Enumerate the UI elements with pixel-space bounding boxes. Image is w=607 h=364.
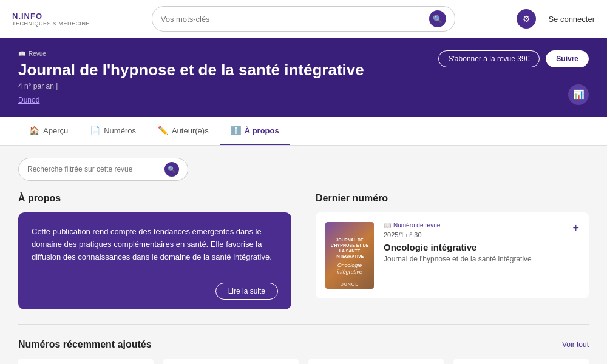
issue-card: JOURNAL DE L'HYPNOSE ET DE LA SANTÉ INTÉ… <box>316 212 589 298</box>
logo-bottom: TECHNIQUES & MÉDECINE <box>12 21 90 27</box>
tabs-nav: 🏠 Aperçu 📄 Numéros ✏️ Auteur(e)s ℹ️ À pr… <box>0 117 607 146</box>
connect-button[interactable]: Se connecter <box>548 15 595 24</box>
book-icon: 📖 <box>18 50 25 57</box>
search-icon: 🔍 <box>433 15 443 24</box>
issue-info: 📖 Numéro de revue 2025/1 n° 30 Oncologie… <box>384 222 563 263</box>
subscribe-button[interactable]: S'abonner à la revue 39€ <box>438 50 540 67</box>
hero-publisher[interactable]: Dunod <box>18 96 39 104</box>
issue-journal: Journal de l'hypnose et de la santé inté… <box>384 255 563 263</box>
logo-top: N.INFO <box>12 12 90 21</box>
search-bar: 🔍 <box>152 6 455 32</box>
recently-title: Numéros récemment ajoutés <box>18 339 152 350</box>
hero-subtitle: 4 n° par an | <box>18 82 589 90</box>
revue-icon: 📖 <box>384 222 391 229</box>
search-button[interactable]: 🔍 <box>429 10 446 27</box>
chart-icon: 📊 <box>573 89 585 100</box>
filter-search-input[interactable] <box>27 165 164 174</box>
dernier-numero-section: Dernier numéro JOURNAL DE L'HYPNOSE ET D… <box>316 193 589 309</box>
about-description: Cette publication rend compte des tendan… <box>32 226 278 263</box>
cover-subtitle: Oncologie intégrative <box>325 262 374 276</box>
settings-button[interactable]: ⚙ <box>517 9 536 29</box>
issue-cover: JOURNAL DE L'HYPNOSE ET DE LA SANTÉ INTÉ… <box>325 222 374 289</box>
recently-added-section: Numéros récemment ajoutés Voir tout 📖 Nu… <box>18 339 589 364</box>
two-cols-layout: À propos Cette publication rend compte d… <box>18 193 589 309</box>
document-icon: 📄 <box>90 126 100 135</box>
main-content: 🔍 À propos Cette publication rend compte… <box>0 146 607 364</box>
logo: N.INFO TECHNIQUES & MÉDECINE <box>12 12 90 27</box>
tab-apercu[interactable]: 🏠 Aperçu <box>18 117 79 145</box>
list-item: 📖 Numéro de revue + <box>163 359 299 364</box>
section-divider <box>18 324 589 325</box>
issue-type-label: 📖 Numéro de revue <box>384 222 563 229</box>
issue-add-button[interactable]: + <box>572 222 579 235</box>
hero-actions: S'abonner à la revue 39€ Suivre <box>438 50 589 67</box>
hero-banner: 📖 Revue Journal de l'hypnose et de la sa… <box>0 38 607 117</box>
list-item: 📖 Numéro de revue + <box>18 359 154 364</box>
tab-apropos[interactable]: ℹ️ À propos <box>220 117 290 145</box>
search-input[interactable] <box>161 15 429 24</box>
filter-search-bar: 🔍 <box>18 158 188 181</box>
filter-search-button[interactable]: 🔍 <box>164 162 179 177</box>
follow-button[interactable]: Suivre <box>546 50 589 67</box>
voir-tout-link[interactable]: Voir tout <box>562 340 589 349</box>
home-icon: 🏠 <box>29 126 39 135</box>
issue-date: 2025/1 n° 30 <box>384 231 563 238</box>
cover-publisher: DUNOD <box>341 282 359 286</box>
issues-row: 📖 Numéro de revue + 📖 Numéro de revue + … <box>18 359 589 364</box>
about-card: Cette publication rend compte des tendan… <box>18 212 291 309</box>
read-more-button[interactable]: Lire la suite <box>215 283 278 300</box>
cover-text: JOURNAL DE L'HYPNOSE ET DE LA SANTÉ INTÉ… <box>325 235 374 261</box>
list-item: 📖 Numéro de revue + <box>453 359 589 364</box>
tab-auteurs[interactable]: ✏️ Auteur(e)s <box>147 117 220 145</box>
header: N.INFO TECHNIQUES & MÉDECINE 🔍 ⚙ Se conn… <box>0 0 607 38</box>
filter-search-icon: 🔍 <box>168 166 176 174</box>
apropos-title: À propos <box>18 193 291 204</box>
chart-button[interactable]: 📊 <box>568 84 589 105</box>
tab-numeros[interactable]: 📄 Numéros <box>79 117 147 145</box>
recently-header: Numéros récemment ajoutés Voir tout <box>18 339 589 350</box>
settings-icon: ⚙ <box>523 14 531 24</box>
dernier-numero-title: Dernier numéro <box>316 193 589 204</box>
pen-icon: ✏️ <box>158 126 168 135</box>
info-icon: ℹ️ <box>231 126 241 135</box>
issue-title: Oncologie intégrative <box>384 242 563 252</box>
list-item: 📖 Numéro de revue + <box>308 359 444 364</box>
apropos-section: À propos Cette publication rend compte d… <box>18 193 291 309</box>
